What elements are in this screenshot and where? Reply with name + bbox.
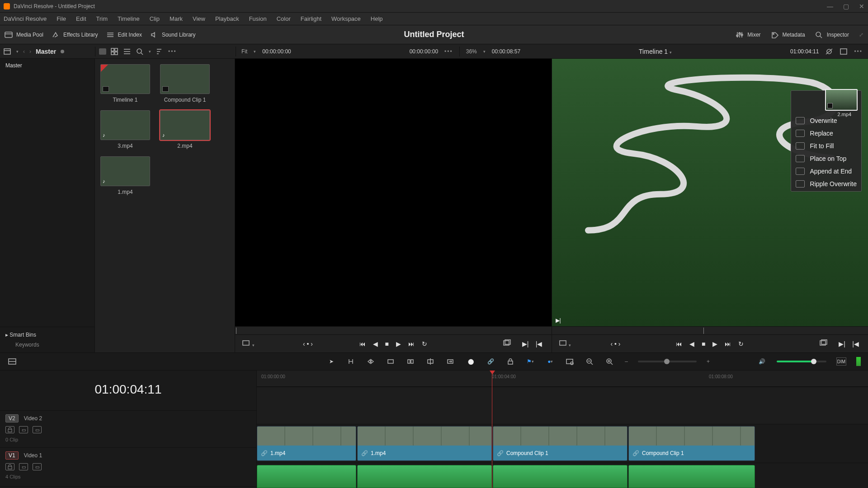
history-back-button[interactable]: ‹ bbox=[23, 48, 25, 55]
bin-master[interactable]: Master bbox=[5, 62, 89, 69]
timeline-clip[interactable]: 🔗1.mp4 bbox=[357, 465, 492, 488]
media-thumbnail[interactable] bbox=[160, 64, 210, 94]
effects-library-toggle[interactable]: Effects Library bbox=[52, 31, 98, 38]
range-search-icon[interactable] bbox=[565, 357, 575, 366]
zoom-minus-button[interactable]: – bbox=[625, 358, 628, 365]
zoom-in-search-icon[interactable] bbox=[605, 357, 615, 366]
edit-overlay-append-at-end[interactable]: Append at End bbox=[796, 168, 857, 175]
window-maximize-button[interactable]: ▢ bbox=[843, 3, 849, 10]
edit-index-toggle[interactable]: Edit Index bbox=[106, 31, 142, 38]
prg-loop-button[interactable]: ↻ bbox=[738, 340, 744, 347]
single-viewer-icon[interactable] bbox=[840, 48, 848, 55]
prg-inout-icon[interactable]: ▾ bbox=[559, 339, 571, 348]
menu-playback[interactable]: Playback bbox=[215, 15, 239, 22]
media-pool-toggle[interactable]: Media Pool bbox=[5, 31, 43, 38]
list-view-button[interactable] bbox=[123, 48, 132, 55]
src-first-button[interactable]: ⏮ bbox=[359, 340, 366, 347]
src-next-button[interactable]: ⏭ bbox=[408, 340, 415, 347]
history-forward-button[interactable]: › bbox=[29, 48, 31, 55]
expand-icon[interactable]: ⤢ bbox=[859, 32, 863, 38]
menu-file[interactable]: File bbox=[57, 15, 66, 22]
track-v1[interactable]: 🔗1.mp4🔗1.mp4🔗Compound Clip 1🔗Compound Cl… bbox=[257, 424, 868, 463]
edit-overlay[interactable]: 2.mp4 OverwriteReplaceFit to FillPlace o… bbox=[791, 90, 862, 192]
link-toggle[interactable]: 🔗 bbox=[486, 357, 495, 366]
track-head-a1[interactable]: A1Audio 12.0 ▭SM 4 Clips bbox=[0, 486, 256, 488]
metadata-toggle[interactable]: Metadata bbox=[771, 31, 805, 38]
prg-mark-in-button[interactable]: ▶| bbox=[839, 340, 845, 347]
menu-edit[interactable]: Edit bbox=[76, 15, 86, 22]
timeline-clip[interactable]: 🔗1.mp4 bbox=[257, 426, 356, 461]
v1-badge[interactable]: V1 bbox=[5, 451, 19, 460]
v2-auto-select-icon[interactable]: ▭ bbox=[19, 426, 28, 433]
source-zoom-fit[interactable]: Fit bbox=[241, 48, 247, 55]
v2-badge[interactable]: V2 bbox=[5, 414, 19, 422]
media-thumbnail[interactable]: ♪ bbox=[100, 110, 150, 140]
prg-mark-out-button[interactable]: |◀ bbox=[852, 340, 859, 347]
timeline-body[interactable]: 01:00:00:0001:00:04:0001:00:08:00 🔗1.mp4… bbox=[257, 371, 868, 488]
menu-help[interactable]: Help bbox=[371, 15, 383, 22]
menu-color[interactable]: Color bbox=[277, 15, 291, 22]
smart-bin-keywords[interactable]: Keywords bbox=[5, 338, 89, 348]
bypass-grades-icon[interactable] bbox=[825, 48, 833, 55]
source-zoom-caret-icon[interactable]: ▾ bbox=[254, 49, 256, 54]
smart-bins-header[interactable]: ▸ Smart Bins bbox=[5, 332, 89, 338]
timeline-selector[interactable]: Timeline 1 ▾ bbox=[639, 48, 672, 55]
zoom-plus-button[interactable]: + bbox=[707, 358, 710, 365]
media-clip[interactable]: ♪1.mp4 bbox=[100, 156, 150, 195]
lock-toggle[interactable] bbox=[505, 357, 515, 366]
src-mark-out-button[interactable]: |◀ bbox=[536, 340, 542, 347]
trim-tool[interactable] bbox=[346, 357, 356, 366]
v2-enable-icon[interactable]: ▭ bbox=[33, 426, 42, 433]
program-scrub-bar[interactable] bbox=[552, 326, 868, 334]
dim-button[interactable]: DIM bbox=[836, 357, 846, 366]
timeline-clip[interactable]: 🔗1.mp4 bbox=[357, 426, 492, 461]
timeline-clip[interactable]: 🔗1.mp4 bbox=[257, 465, 356, 488]
prg-nav-prev[interactable]: ‹ • › bbox=[611, 340, 621, 347]
blade-tool[interactable] bbox=[386, 357, 396, 366]
v1-lock-icon[interactable] bbox=[5, 463, 14, 470]
menu-bar[interactable]: DaVinci ResolveFileEditTrimTimelineClipM… bbox=[0, 13, 868, 25]
edit-overlay-overwrite[interactable]: Overwrite bbox=[796, 117, 857, 124]
src-nav-prev[interactable]: ‹ • › bbox=[303, 340, 313, 347]
sound-library-toggle[interactable]: Sound Library bbox=[150, 31, 196, 38]
program-screen[interactable]: ▶| 2.mp4 OverwriteReplaceFit to FillPlac… bbox=[552, 59, 868, 326]
menu-davinci-resolve[interactable]: DaVinci Resolve bbox=[4, 15, 47, 22]
overwrite-clip-button[interactable] bbox=[426, 357, 436, 366]
selection-tool[interactable]: ➤ bbox=[326, 357, 336, 366]
replace-clip-button[interactable] bbox=[446, 357, 456, 366]
playhead[interactable] bbox=[492, 371, 492, 488]
timeline-clip[interactable]: 🔗Compound Clip 1 bbox=[493, 465, 627, 488]
sort-button[interactable] bbox=[156, 48, 164, 55]
insert-clip-button[interactable] bbox=[406, 357, 416, 366]
drag-thumbnail[interactable] bbox=[825, 89, 858, 111]
track-a1[interactable]: 🔗1.mp4🔗1.mp4🔗Compound Clip 1🔗Compound Cl… bbox=[257, 463, 868, 488]
more-button[interactable]: ••• bbox=[168, 48, 177, 55]
prg-first-button[interactable]: ⏮ bbox=[676, 340, 682, 347]
timeline-view-options-icon[interactable] bbox=[7, 357, 17, 366]
timeline-clip[interactable]: 🔗Compound Clip 1 bbox=[628, 426, 755, 461]
timeline-clip[interactable]: 🔗Compound Clip 1 bbox=[628, 465, 755, 488]
window-minimize-button[interactable]: — bbox=[827, 3, 833, 10]
inspector-toggle[interactable]: Inspector bbox=[815, 31, 849, 38]
program-zoom-pct[interactable]: 36% bbox=[466, 48, 477, 55]
prg-match-frame-icon[interactable] bbox=[819, 339, 827, 348]
window-close-button[interactable]: ✕ bbox=[859, 3, 864, 10]
menu-mark[interactable]: Mark bbox=[170, 15, 183, 22]
src-prev-button[interactable]: ◀ bbox=[373, 340, 378, 347]
source-scrub-bar[interactable] bbox=[235, 326, 552, 334]
v1-auto-select-icon[interactable]: ▭ bbox=[19, 463, 28, 470]
search-button[interactable] bbox=[136, 48, 144, 55]
prg-play-button[interactable]: ▶ bbox=[712, 340, 717, 347]
bin-path-master[interactable]: Master bbox=[36, 48, 56, 55]
timeline-ruler[interactable]: 01:00:00:0001:00:04:0001:00:08:00 bbox=[257, 371, 868, 387]
thumbnail-view-button[interactable] bbox=[99, 48, 106, 55]
media-thumbnail[interactable]: ♪ bbox=[160, 110, 210, 140]
mixer-toggle[interactable]: Mixer bbox=[736, 31, 760, 38]
marker-blue-icon[interactable]: ●▾ bbox=[545, 357, 555, 366]
source-inout-icon[interactable]: ▾ bbox=[242, 339, 255, 348]
edit-overlay-ripple-overwrite[interactable]: Ripple Overwrite bbox=[796, 180, 857, 188]
media-pool[interactable]: Timeline 1Compound Clip 1♪3.mp4♪2.mp4♪1.… bbox=[95, 59, 235, 352]
track-head-v2[interactable]: V2Video 2 ▭▭ 0 Clip bbox=[0, 410, 256, 447]
menu-fusion[interactable]: Fusion bbox=[249, 15, 267, 22]
menu-workspace[interactable]: Workspace bbox=[331, 15, 361, 22]
